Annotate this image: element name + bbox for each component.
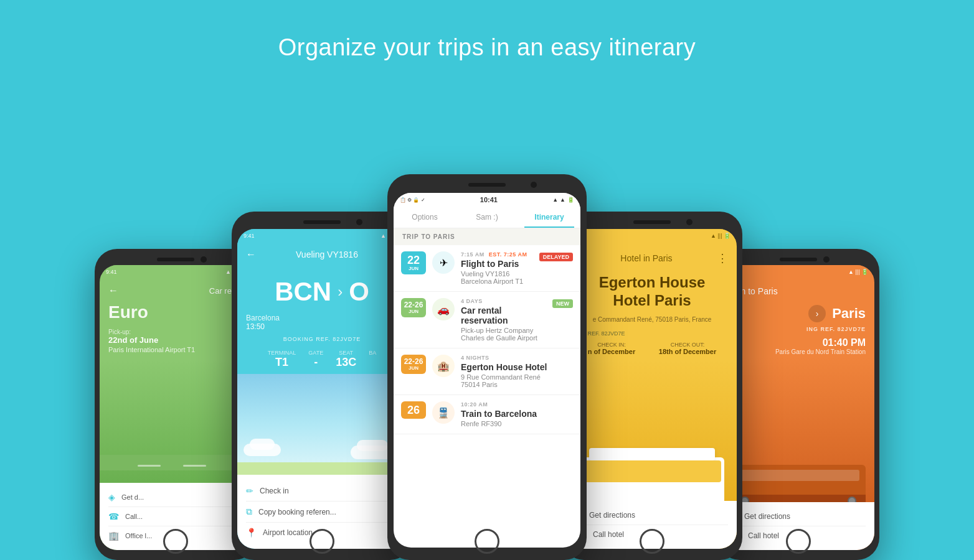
ba-label: Ba: [369, 350, 376, 356]
car-date-month: JUN: [404, 309, 423, 314]
list-item-hotel[interactable]: 22-26 JUN 🏨 4 NIGHTS Egerton House Hotel…: [394, 348, 580, 395]
action-call[interactable]: ☎ Call...: [108, 507, 243, 526]
page-headline: Organize your trips in an easy itinerary: [0, 0, 974, 61]
car-date-num: 22-26: [404, 301, 423, 309]
office-icon: 🏢: [108, 531, 119, 541]
booking-ref-left1: BOOKING REF. 82JVD7E: [237, 334, 407, 345]
back-arrow-leftmost[interactable]: ←: [108, 285, 118, 296]
list-item-train[interactable]: 26 🚆 10:20 AM Train to Barcelona Renfe R…: [394, 395, 580, 434]
action-label: Get d...: [121, 493, 144, 501]
directions-train-label: Get directions: [744, 512, 790, 521]
action-get-directions[interactable]: ◈ Get d...: [108, 488, 243, 507]
depart-time: 13:50: [246, 322, 280, 331]
hotel-icon: 🏨: [432, 355, 455, 377]
car-days-label: 4 DAYS: [461, 298, 546, 304]
hotel-screen-title: Hotel in Paris: [576, 253, 717, 263]
battery-icon: 🔋: [567, 197, 574, 203]
action-copy-booking[interactable]: ⧉ Copy booking referen...: [246, 502, 398, 523]
location-icon: 📍: [246, 528, 257, 538]
action-get-directions-hotel[interactable]: ◈ Get directions: [576, 506, 728, 525]
car-sub2: Charles de Gaulle Airport: [461, 334, 546, 342]
flight-sub2: Barcelona Airport T1: [461, 278, 533, 285]
flight-time-label: 7:15 AM: [461, 251, 485, 258]
flight-est-label: EST. 7:25 AM: [489, 251, 527, 258]
list-item-car[interactable]: 22-26 JUN 🚗 4 DAYS Car rental reservatio…: [394, 292, 580, 348]
terminal-label: Terminal: [268, 350, 296, 356]
gate-label: Gate: [308, 350, 323, 356]
origin-city: Barcelona: [246, 314, 280, 322]
seat-value: 13C: [336, 356, 356, 369]
car-icon: 🚗: [432, 298, 455, 320]
flight-date-month: JUN: [404, 266, 423, 271]
call-train-label: Call hotel: [748, 531, 779, 540]
checkin-date: n of December: [588, 348, 635, 355]
checkin-label: Check in: [260, 487, 289, 495]
hotel-title: Egerton House Hotel: [461, 362, 573, 372]
signal-icon: ▲: [560, 197, 565, 203]
booking-ref-train: ING REF. 82JVD7E: [722, 326, 874, 335]
checkout-label: Check out:: [659, 342, 716, 348]
train-prev-btn[interactable]: ›: [808, 305, 826, 322]
pickup-location: Paris International Airport T1: [108, 346, 243, 353]
action-label: Call...: [125, 513, 143, 520]
phone-left1: 9:41 ▲ ||| 🔋 ← Vueling VY1816 BCN › O: [232, 212, 412, 560]
leftmost-header: Car renta: [118, 286, 243, 296]
call-hotel-label: Call hotel: [593, 530, 624, 539]
list-item-flight[interactable]: 22 JUN ✈ 7:15 AM EST. 7:25 AM Flight to …: [394, 245, 580, 292]
car-title: Car rental reservation: [461, 306, 546, 325]
directions-icon: ◈: [108, 492, 115, 502]
train-time-label: 10:20 AM: [461, 401, 573, 408]
status-notifications: 📋 ⚙ 🔒 ✓: [400, 197, 425, 203]
hotel-address: e Commandant René, 75018 Paris, France: [567, 316, 737, 328]
delayed-badge: DELAYED: [539, 253, 573, 261]
flight-date-num: 22: [404, 254, 423, 266]
hotel-date-month: JUN: [404, 365, 423, 371]
action-label: Office l...: [125, 532, 152, 539]
pickup-date: 22nd of June: [108, 335, 243, 345]
pickup-label: Pick-up:: [108, 329, 243, 335]
tab-options[interactable]: Options: [394, 207, 456, 228]
phones-container: 9:41 ▲ ||| 🔋 ← Car renta Euro Pick-up: 2…: [51, 174, 923, 560]
hotel-nights-label: 4 NIGHTS: [461, 355, 573, 361]
booking-ref-hotel: ING REF. 82JVD7E: [567, 328, 737, 338]
plane-icon: ✈: [432, 251, 455, 274]
action-get-directions-train[interactable]: ◈ Get directions: [731, 507, 866, 526]
hotel-sub2: 75014 Paris: [461, 381, 573, 388]
flight-airline: Vueling VY1816: [256, 250, 398, 259]
directions-label: Get directions: [589, 511, 635, 520]
train-date-num: 26: [404, 404, 423, 416]
flight-origin-code: BCN: [275, 279, 331, 305]
tab-itinerary[interactable]: Itinerary: [518, 207, 580, 228]
flight-title: Flight to Paris: [461, 259, 533, 269]
trip-header: TRIP TO PARIS: [394, 228, 580, 245]
copy-label: Copy booking referen...: [258, 508, 336, 516]
hotel-name-display: Egerton HouseHotel Paris: [576, 274, 728, 310]
hotel-date-num: 22-26: [404, 358, 423, 365]
new-badge: NEW: [552, 299, 573, 308]
train-dest-city: Paris: [832, 306, 866, 322]
phone-center: 📋 ⚙ 🔒 ✓ 10:41 ▲ ▲ 🔋 Options Sam :) Itine…: [387, 174, 587, 560]
gate-value: -: [308, 356, 323, 369]
train-screen-title: rain to Paris: [731, 286, 866, 296]
tab-sam[interactable]: Sam :): [456, 207, 518, 228]
currency-display: Euro: [108, 302, 243, 322]
back-arrow-left1[interactable]: ←: [246, 249, 256, 260]
location-label: Airport location: [263, 528, 313, 537]
hotel-sub1: 9 Rue Commandant René: [461, 373, 573, 381]
seat-label: Seat: [336, 350, 356, 356]
action-checkin[interactable]: ✏ Check in: [246, 481, 398, 502]
call-icon: ☎: [108, 511, 119, 521]
flight-sub1: Vueling VY1816: [461, 270, 533, 278]
wifi-icon: ▲: [552, 197, 558, 203]
train-icon: 🚆: [432, 401, 455, 424]
terminal-value: T1: [268, 356, 296, 369]
train-station-name: Paris Gare du Nord Train Station: [731, 348, 866, 355]
more-dots-hotel[interactable]: ⋮: [717, 251, 728, 265]
flight-direction-arrow: ›: [338, 283, 343, 301]
train-title: Train to Barcelona: [461, 409, 573, 419]
copy-icon: ⧉: [246, 506, 252, 517]
checkin-label: Check in:: [588, 342, 635, 348]
train-sub1: Renfe RF390: [461, 420, 573, 427]
phone-right1: 9:41 ▲ ||| 🔋 Hotel in Paris ⋮ Egerton Ho…: [562, 212, 742, 560]
status-time: 10:41: [480, 196, 498, 203]
